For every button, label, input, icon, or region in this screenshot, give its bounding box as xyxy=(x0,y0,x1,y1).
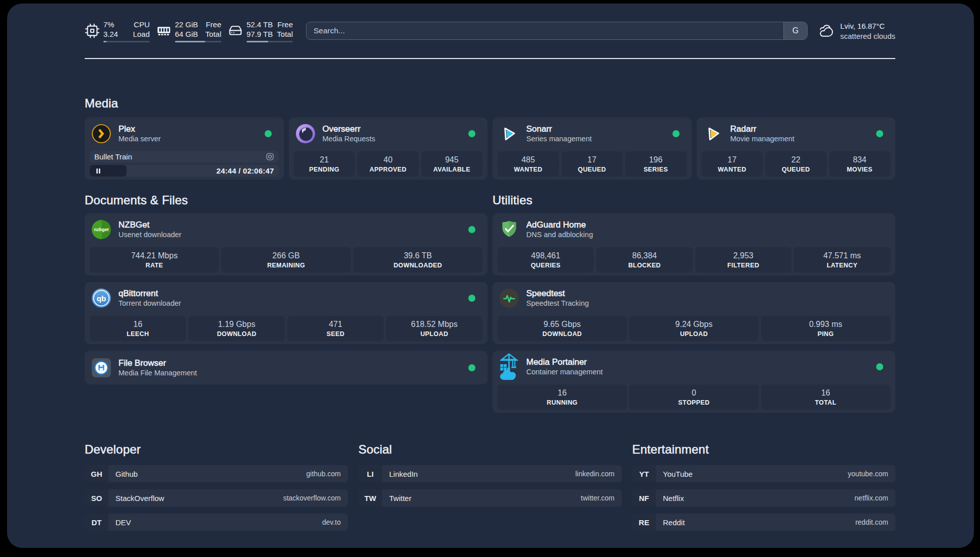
memory-free-value: 22 GiB xyxy=(175,20,198,29)
stat-tile: 498,461 QUERIES xyxy=(498,247,594,272)
portainer-stats: 16 RUNNING 0 STOPPED 16 TOTAL xyxy=(498,384,890,410)
service-card-nzbget[interactable]: nzbget NZBGet Usenet downloader 744.21 M… xyxy=(85,213,487,275)
service-description: Media server xyxy=(118,134,161,144)
pause-button[interactable] xyxy=(94,167,102,175)
bookmark-name: StackOverflow xyxy=(115,494,164,503)
dashboard-panel: 7% CPU 3.24 Load xyxy=(7,4,974,548)
header-divider xyxy=(85,58,895,59)
status-online-dot xyxy=(468,295,475,302)
status-online-dot xyxy=(876,363,883,370)
bookmark-dev[interactable]: DT DEV dev.to xyxy=(85,514,348,531)
service-card-qbittorrent[interactable]: qb qBittorrent Torrent downloader 16 LEE… xyxy=(85,282,487,344)
stat-tile: 9.24 Gbps UPLOAD xyxy=(629,316,758,341)
service-description: Torrent downloader xyxy=(118,299,181,308)
status-online-dot xyxy=(468,226,475,233)
section-media: Media Plex Media server Bullet Train xyxy=(85,96,895,180)
section-title-developer: Developer xyxy=(85,442,348,457)
memory-progress-fill xyxy=(175,41,205,42)
stat-tile: 16 RUNNING xyxy=(498,384,627,410)
service-description: Usenet downloader xyxy=(118,230,181,240)
memory-total-label: Total xyxy=(205,29,221,39)
bookmark-abbr: LI xyxy=(358,465,382,482)
stat-tile: 9.65 Gbps DOWNLOAD xyxy=(498,316,627,341)
radarr-stats: 17 WANTED 22 QUEUED 834 MOVIES xyxy=(702,151,891,177)
service-name: File Browser xyxy=(118,358,197,368)
search-provider-button[interactable]: G xyxy=(783,22,807,39)
stat-tile: 196 SERIES xyxy=(625,151,687,177)
service-description: DNS and adblocking xyxy=(526,230,593,240)
stat-tile: 744.21 Mbps RATE xyxy=(90,247,219,272)
stat-tile: 17 WANTED xyxy=(702,151,763,177)
search-input[interactable] xyxy=(307,22,783,39)
bookmark-abbr: GH xyxy=(85,465,108,482)
memory-total-value: 64 GiB xyxy=(175,29,198,39)
service-description: Speedtest Tracking xyxy=(526,299,589,308)
bookmark-youtube[interactable]: YT YouTube youtube.com xyxy=(632,465,895,482)
bookmark-twitter[interactable]: TW Twitter twitter.com xyxy=(358,489,622,507)
bookmark-github[interactable]: GH Github github.com xyxy=(85,465,348,482)
playback-time: 24:44 / 02:06:47 xyxy=(216,166,274,175)
stat-tile: 618.52 Mbps UPLOAD xyxy=(386,316,482,341)
service-name: qBittorrent xyxy=(118,288,181,299)
section-title-social: Social xyxy=(358,442,622,457)
bookmark-domain: linkedin.com xyxy=(575,470,615,478)
service-card-speedtest[interactable]: Speedtest Speedtest Tracking 9.65 Gbps D… xyxy=(493,282,895,344)
bookmark-abbr: YT xyxy=(632,465,656,482)
bookmark-stackoverflow[interactable]: SO StackOverflow stackoverflow.com xyxy=(85,489,348,507)
search-bar: G xyxy=(306,22,808,40)
disk-free-value: 52.4 TB xyxy=(247,20,273,29)
stat-tile: 22 QUEUED xyxy=(765,151,827,177)
section-title-documents: Documents & Files xyxy=(85,193,487,207)
disk-total-value: 97.9 TB xyxy=(247,29,273,39)
overseerr-stats: 21 PENDING 40 APPROVED 945 AVAILABLE xyxy=(294,151,483,177)
service-card-overseerr[interactable]: Overseerr Media Requests 21 PENDING 40 A… xyxy=(289,118,488,180)
stat-tile: 0 STOPPED xyxy=(629,384,758,410)
service-name: AdGuard Home xyxy=(526,219,593,230)
memory-resource-widget: 22 GiB Free 64 GiB Total xyxy=(156,20,221,42)
now-playing-title-row: Bullet Train xyxy=(90,151,279,162)
status-online-dot xyxy=(876,130,883,137)
service-card-sonarr[interactable]: Sonarr Series management 485 WANTED 17 Q… xyxy=(493,118,692,180)
now-playing-progress-row: 24:44 / 02:06:47 xyxy=(90,165,279,177)
speedtest-icon xyxy=(500,289,519,308)
bookmark-name: LinkedIn xyxy=(389,470,418,478)
weather-location-temp: Lviv, 16.87°C xyxy=(840,21,895,31)
stat-tile: 2,953 FILTERED xyxy=(695,247,791,272)
sonarr-stats: 485 WANTED 17 QUEUED 196 SERIES xyxy=(498,151,687,177)
disk-icon xyxy=(228,23,243,38)
bookmark-name: Netflix xyxy=(663,494,684,503)
service-card-radarr[interactable]: Radarr Movie management 17 WANTED 22 QUE… xyxy=(697,118,896,180)
middle-columns: Documents & Files nzbget NZBGet Usenet d… xyxy=(85,193,895,413)
stat-tile: 39.6 TB DOWNLOADED xyxy=(353,247,482,272)
section-title-media: Media xyxy=(85,96,895,110)
bookmark-abbr: DT xyxy=(85,514,108,531)
bookmark-domain: stackoverflow.com xyxy=(283,494,341,502)
section-title-entertainment: Entertainment xyxy=(632,442,895,457)
bookmark-domain: youtube.com xyxy=(848,470,888,478)
stat-tile: 86,384 BLOCKED xyxy=(596,247,693,272)
bookmark-name: Github xyxy=(115,470,138,478)
bookmark-domain: netflix.com xyxy=(854,494,888,502)
service-description: Container management xyxy=(526,367,603,377)
bookmark-netflix[interactable]: NF Netflix netflix.com xyxy=(632,489,895,507)
stat-tile: 16 LEECH xyxy=(90,316,186,341)
top-bar: 7% CPU 3.24 Load xyxy=(85,21,895,41)
scattered-clouds-icon xyxy=(819,22,834,39)
service-card-portainer[interactable]: Media Portainer Container management 16 … xyxy=(493,351,895,413)
plex-now-playing-widget: Bullet Train 24:44 / 02:06:47 xyxy=(90,151,279,177)
bookmark-linkedin[interactable]: LI LinkedIn linkedin.com xyxy=(358,465,622,482)
stat-tile: 471 SEED xyxy=(287,316,384,341)
service-card-filebrowser[interactable]: File Browser Media File Management xyxy=(85,351,487,384)
disk-free-label: Free xyxy=(277,20,293,29)
section-utilities: Utilities AdGuard Home DNS and adblockin… xyxy=(493,193,895,413)
cpu-resource-widget: 7% CPU 3.24 Load xyxy=(85,20,150,42)
service-card-adguard[interactable]: AdGuard Home DNS and adblocking 498,461 … xyxy=(493,213,895,275)
bookmark-domain: twitter.com xyxy=(581,494,615,502)
filebrowser-icon xyxy=(92,358,111,377)
bookmark-reddit[interactable]: RE Reddit reddit.com xyxy=(632,514,895,531)
qbittorrent-stats: 16 LEECH 1.19 Gbps DOWNLOAD 471 SEED 6 xyxy=(90,316,482,341)
service-description: Series management xyxy=(526,134,592,144)
media-cards-row: Plex Media server Bullet Train xyxy=(85,118,895,180)
service-card-plex[interactable]: Plex Media server Bullet Train xyxy=(85,118,284,180)
bookmark-name: Twitter xyxy=(389,494,411,503)
